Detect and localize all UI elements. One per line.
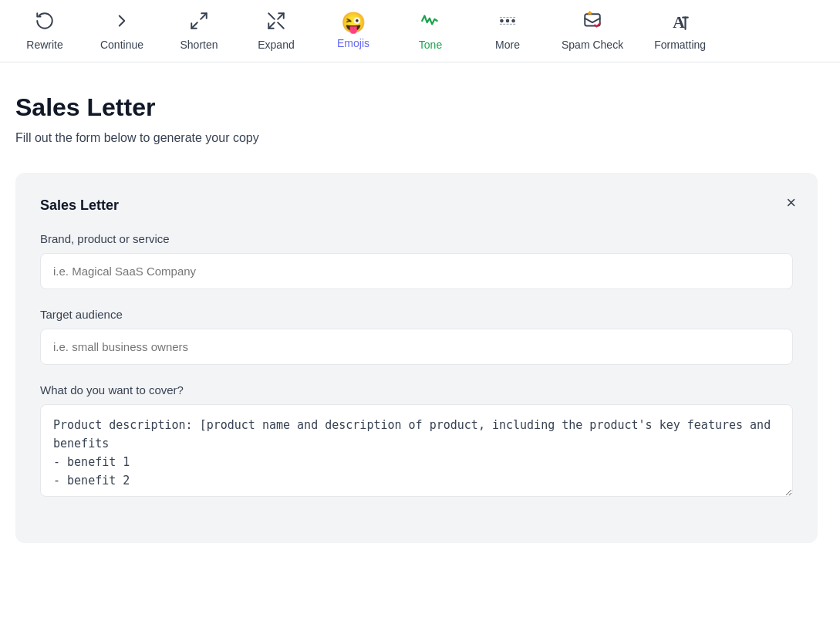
- toolbar-item-emojis[interactable]: 😜 Emojis: [315, 2, 392, 60]
- formatting-icon: A: [670, 11, 690, 34]
- svg-point-7: [507, 20, 509, 22]
- svg-line-3: [268, 22, 275, 29]
- toolbar-item-label-rewrite: Rewrite: [26, 39, 62, 51]
- toolbar-item-formatting[interactable]: A Formatting: [639, 0, 721, 62]
- card-title: Sales Letter: [40, 197, 793, 214]
- brand-label: Brand, product or service: [40, 232, 793, 245]
- toolbar-item-tone[interactable]: Tone: [392, 0, 469, 62]
- toolbar-item-continue[interactable]: Continue: [83, 0, 160, 62]
- emojis-icon: 😜: [341, 12, 366, 32]
- toolbar-item-label-formatting: Formatting: [654, 39, 706, 51]
- audience-form-group: Target audience: [40, 308, 793, 365]
- continue-icon: [112, 11, 132, 34]
- toolbar-item-label-shorten: Shorten: [180, 39, 218, 51]
- toolbar-item-spam-check[interactable]: Spam Check: [546, 0, 639, 62]
- toolbar-item-expand[interactable]: Expand: [238, 0, 315, 62]
- svg-line-1: [191, 22, 197, 29]
- toolbar-item-label-expand: Expand: [258, 39, 294, 51]
- sales-letter-card: Sales Letter × Brand, product or service…: [15, 173, 818, 543]
- shorten-icon: [189, 11, 209, 34]
- more-icon: [498, 11, 518, 34]
- spam-check-icon: [582, 11, 602, 34]
- toolbar-item-more[interactable]: More: [469, 0, 546, 62]
- page-subtitle: Fill out the form below to generate your…: [15, 131, 825, 145]
- toolbar-item-label-tone: Tone: [419, 39, 442, 51]
- svg-text:A: A: [673, 13, 685, 31]
- close-button[interactable]: ×: [783, 191, 799, 214]
- audience-input[interactable]: [40, 329, 793, 365]
- brand-form-group: Brand, product or service: [40, 232, 793, 289]
- cover-textarea[interactable]: [40, 404, 793, 497]
- svg-point-6: [501, 20, 503, 22]
- svg-line-4: [268, 13, 275, 19]
- svg-point-8: [512, 20, 514, 22]
- rewrite-icon: [35, 11, 55, 34]
- expand-icon: [266, 11, 286, 34]
- tone-icon: [420, 11, 440, 34]
- toolbar-item-rewrite[interactable]: Rewrite: [6, 0, 83, 62]
- svg-line-0: [201, 13, 207, 19]
- audience-label: Target audience: [40, 308, 793, 321]
- page-title: Sales Letter: [15, 93, 825, 122]
- toolbar-item-label-emojis: Emojis: [337, 37, 369, 49]
- toolbar-item-label-more: More: [495, 39, 520, 51]
- svg-line-2: [278, 13, 284, 19]
- cover-form-group: What do you want to cover?: [40, 383, 793, 500]
- toolbar-item-shorten[interactable]: Shorten: [160, 0, 238, 62]
- cover-label: What do you want to cover?: [40, 383, 793, 396]
- toolbar: Rewrite Continue Shorten: [0, 0, 840, 62]
- svg-line-5: [278, 22, 284, 29]
- brand-input[interactable]: [40, 253, 793, 289]
- page-content: Sales Letter Fill out the form below to …: [0, 62, 840, 574]
- toolbar-item-label-spam-check: Spam Check: [562, 39, 623, 51]
- toolbar-item-label-continue: Continue: [100, 39, 143, 51]
